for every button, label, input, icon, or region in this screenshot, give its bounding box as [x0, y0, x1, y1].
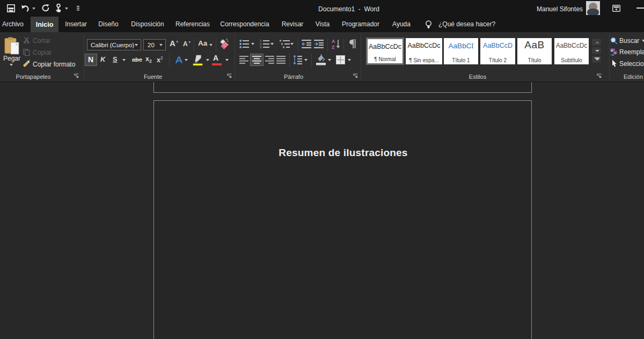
svg-text:A: A	[332, 39, 335, 44]
svg-text:b: b	[614, 51, 616, 55]
svg-text:3: 3	[260, 46, 262, 49]
svg-text:Z: Z	[332, 45, 335, 50]
